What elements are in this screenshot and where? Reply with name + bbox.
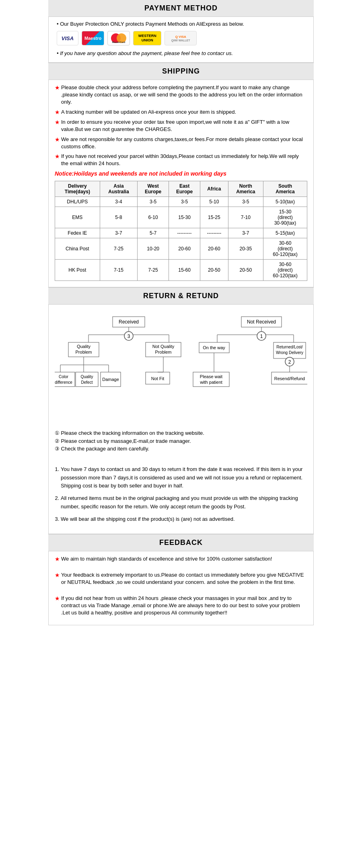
svg-text:Please wait: Please wait [200,374,222,379]
table-cell-4-0: HK Post [55,260,100,281]
table-cell-3-2: 10-20 [138,238,169,260]
payment-title: PAYMENT METHOD [48,0,314,16]
table-cell-0-5: 3-5 [228,197,263,207]
table-cell-1-2: 6-10 [138,207,169,228]
table-cell-3-6: 30-60(direct)60-120(tax) [263,238,307,260]
return-note-3: ③ Check the package and item carefully. [55,445,307,453]
table-cell-0-2: 3-5 [138,197,169,207]
table-cell-4-5: 20-50 [228,260,263,281]
svg-text:difference: difference [55,380,72,385]
table-cell-0-4: 5-10 [200,197,228,207]
col-header-5: NorthAmerica [228,181,263,197]
svg-text:Problem: Problem [155,350,172,354]
col-header-3: EastEurope [169,181,200,197]
star-icon-4: ★ [55,136,60,144]
svg-text:On the way: On the way [203,345,225,350]
table-cell-1-3: 15-30 [169,207,200,228]
payment-bullet: • Our Buyer Protection ONLY protects Pay… [55,21,307,27]
svg-text:Color: Color [59,375,69,379]
table-cell-2-3: --------- [169,228,200,238]
table-cell-4-2: 7-25 [138,260,169,281]
star-icon-1: ★ [55,84,60,92]
shipping-notice: Notice:Hoildays and weekends are not inc… [55,170,307,177]
table-cell-2-2: 5-7 [138,228,169,238]
star-icon-f2: ★ [55,571,60,579]
return-notes: ① Please check the tracking information … [55,429,307,453]
payment-icons: VISA Maestro MasterCard WESTERNUNION Q V… [55,31,307,45]
shipping-item-4: ★ We are not responsible for any customs… [55,136,307,150]
svg-text:MasterCard: MasterCard [112,41,125,43]
col-header-0: DeliveryTime(days) [55,181,100,197]
shipping-table: DeliveryTime(days) AsiaAustralia WestEur… [55,181,307,281]
mastercard-icon: MasterCard [107,31,130,45]
svg-text:Returned/Lost/: Returned/Lost/ [276,345,303,349]
svg-text:Not Received: Not Received [247,319,276,325]
col-header-4: Africa [200,181,228,197]
table-cell-0-3: 3-5 [169,197,200,207]
return-section: Received 3 Quality Problem Not Quality P… [48,304,314,534]
svg-text:Damage: Damage [102,377,119,382]
return-rule-3: We will bear all the shipping cost if th… [61,515,307,524]
feedback-item-2: ★ Your feedback is extremely important t… [55,571,307,586]
table-cell-1-6: 15-30(direct)30-90(tax) [263,207,307,228]
svg-text:Received: Received [119,319,139,325]
table-cell-1-5: 7-10 [228,207,263,228]
svg-text:Not Quality: Not Quality [152,344,175,349]
col-header-2: WestEurope [138,181,169,197]
star-icon-3: ★ [55,119,60,127]
return-rule-2: All returned items must be in the origin… [61,494,307,511]
flow-diagram: Received 3 Quality Problem Not Quality P… [55,313,307,425]
svg-text:Defect: Defect [81,380,93,385]
svg-text:Quality: Quality [77,344,91,349]
table-cell-0-6: 5-10(tax) [263,197,307,207]
table-cell-4-3: 15-60 [169,260,200,281]
qiwi-icon: Q VISA QIWI WALLET [165,31,197,45]
table-cell-1-1: 5-8 [100,207,137,228]
svg-text:Resend/Refund: Resend/Refund [274,376,305,381]
maestro-icon: Maestro [82,31,104,45]
feedback-item-3: ★ If you did not hear from us within 24 … [55,595,307,617]
shipping-section: ★ Please double check your address befor… [48,80,314,287]
svg-text:Problem: Problem [76,350,92,354]
col-header-1: AsiaAustralia [100,181,137,197]
svg-text:Wrong Delivery: Wrong Delivery [276,350,303,355]
table-cell-2-1: 3-7 [100,228,137,238]
table-cell-3-3: 20-60 [169,238,200,260]
svg-text:2: 2 [288,359,291,365]
table-cell-0-1: 3-4 [100,197,137,207]
table-cell-3-0: China Post [55,238,100,260]
table-cell-1-4: 15-25 [200,207,228,228]
table-cell-2-0: Fedex IE [55,228,100,238]
table-cell-3-5: 20-35 [228,238,263,260]
payment-note: • If you have any question about the pay… [55,50,307,56]
svg-text:3: 3 [128,334,130,339]
table-cell-3-1: 7-25 [100,238,137,260]
table-cell-1-0: EMS [55,207,100,228]
svg-text:Quality: Quality [80,375,93,379]
western-union-icon: WESTERNUNION [133,31,161,45]
shipping-item-3: ★ In order to ensure you receive your or… [55,119,307,133]
table-cell-4-6: 30-60(direct)60-120(tax) [263,260,307,281]
table-cell-4-4: 20-50 [200,260,228,281]
col-header-6: SouthAmerica [263,181,307,197]
visa-icon: VISA [57,31,78,45]
svg-text:1: 1 [260,334,263,339]
table-cell-3-4: 20-60 [200,238,228,260]
table-cell-0-0: DHL/UPS [55,197,100,207]
return-rules: You have 7 days to contact us and 30 day… [55,465,307,524]
return-note-1: ① Please check the tracking information … [55,429,307,437]
table-cell-2-5: 3-7 [228,228,263,238]
return-note-2: ② Please contact us by massage,E-mail,or… [55,437,307,445]
svg-text:with patient: with patient [200,380,222,385]
feedback-section: ★ We aim to maintain high standards of e… [48,551,314,626]
star-icon-2: ★ [55,108,60,117]
star-icon-5: ★ [55,153,60,161]
return-title: RETURN & RETUND [48,288,314,304]
table-cell-2-4: --------- [200,228,228,238]
star-icon-f3: ★ [55,595,60,603]
table-cell-2-6: 5-15(tax) [263,228,307,238]
table-cell-4-1: 7-15 [100,260,137,281]
shipping-title: SHIPPING [48,63,314,80]
feedback-title: FEEDBACK [48,534,314,551]
shipping-item-1: ★ Please double check your address befor… [55,84,307,106]
